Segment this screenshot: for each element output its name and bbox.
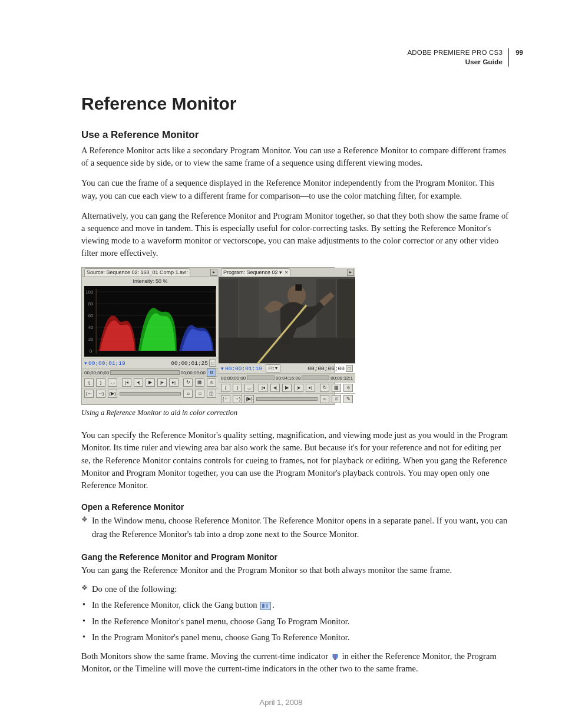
body-paragraph: Both Monitors show the same frame. Movin… <box>81 650 509 675</box>
running-header: 99 ADOBE PREMIERE PRO CS3 User Guide <box>81 48 509 67</box>
viewing-area-bar[interactable] <box>302 375 329 380</box>
svg-text:0: 0 <box>90 349 92 354</box>
svg-rect-19 <box>337 279 355 338</box>
marker-icon[interactable]: ◡ <box>244 384 254 392</box>
set-out-icon[interactable]: } <box>233 384 242 392</box>
cti-marker-icon: ▾ <box>221 365 224 371</box>
close-icon[interactable]: × <box>285 269 288 276</box>
trim-icon[interactable]: ◫ <box>207 390 216 398</box>
output-icon[interactable]: ⎋ <box>343 384 353 392</box>
transport-controls: { } ◡ |◂ ◂| ▶ |▸ ▸| ↻ ▦ ⎋ <box>219 382 355 393</box>
sub-heading: Gang the Reference Monitor and Program M… <box>81 552 509 562</box>
marker-icon[interactable]: ◡ <box>108 378 117 387</box>
figure-screenshot: Source: Sequence 02: 168_01 Comp 1.avi: … <box>81 267 335 405</box>
gang-button-icon <box>260 602 271 610</box>
guide-name: User Guide <box>465 58 509 67</box>
goto-next-icon[interactable]: →} <box>233 395 242 403</box>
svg-text:100: 100 <box>85 290 93 295</box>
step-back-icon[interactable]: ◂| <box>134 378 143 387</box>
safe-margins-icon[interactable]: ▦ <box>332 384 341 392</box>
panel-menu-icon[interactable]: ▸ <box>347 269 354 276</box>
panel-menu-icon[interactable]: ▸ <box>210 269 217 276</box>
right-duration-timecode: 00;00;06;00 <box>308 365 345 372</box>
svg-text:60: 60 <box>88 314 94 318</box>
export-frame-icon[interactable]: ✎ <box>343 395 353 403</box>
extract-icon[interactable]: ⎅ <box>195 390 204 398</box>
list-item: In the Program Monitor's panel menu, cho… <box>81 631 509 644</box>
svg-text:80: 80 <box>88 302 94 307</box>
viewing-area-bar[interactable] <box>110 370 179 375</box>
go-to-in-icon[interactable]: |◂ <box>122 378 131 387</box>
svg-rect-17 <box>239 279 259 338</box>
body-paragraph: You can cue the frame of a sequence disp… <box>81 177 509 202</box>
cti-indicator-icon <box>332 653 339 661</box>
set-in-icon[interactable]: { <box>221 384 230 392</box>
list-item: In the Window menu, choose Reference Mon… <box>81 514 509 542</box>
right-cti-timecode[interactable]: 00;00;01;19 <box>225 365 262 372</box>
source-tab-label: Source: Sequence 02: 168_01 Comp 1.avi: … <box>87 269 190 275</box>
page-title: Reference Monitor <box>81 94 509 114</box>
zoom-icon[interactable]: □ <box>209 360 216 367</box>
video-frame <box>219 277 355 363</box>
loop-icon[interactable]: ↻ <box>183 378 193 387</box>
go-to-in-icon[interactable]: |◂ <box>259 384 268 392</box>
body-paragraph: You can gang the Reference Monitor and t… <box>81 564 509 577</box>
lift-icon[interactable]: ⎄ <box>320 395 329 403</box>
source-tab[interactable]: Source: Sequence 02: 168_01 Comp 1.avi: … <box>84 268 190 276</box>
play-icon[interactable]: ▶ <box>282 384 292 392</box>
body-paragraph: A Reference Monitor acts like a secondar… <box>81 144 509 169</box>
safe-margins-icon[interactable]: ▦ <box>195 378 204 387</box>
step-back-icon[interactable]: ◂| <box>270 384 280 392</box>
go-to-out-icon[interactable]: ▸| <box>306 384 315 392</box>
jog-bar[interactable] <box>120 392 181 396</box>
body-paragraph: You can specify the Reference Monitor's … <box>81 429 509 492</box>
zoom-level-dropdown[interactable]: Fit ▾ <box>266 364 280 373</box>
set-out-icon[interactable]: } <box>96 378 105 387</box>
list-lead: Do one of the following: <box>81 582 509 596</box>
dropdown-icon[interactable]: ▾ <box>279 269 282 275</box>
source-monitor-pane: Source: Sequence 02: 168_01 Comp 1.avi: … <box>82 268 219 404</box>
play-icon[interactable]: ▶ <box>146 378 155 387</box>
svg-rect-16 <box>219 279 238 338</box>
set-in-icon[interactable]: { <box>84 378 94 387</box>
goto-prev-icon[interactable]: {← <box>84 390 94 398</box>
gang-toggle-icon[interactable]: ⧉ <box>207 368 216 377</box>
list-item: In the Reference Monitor, click the Gang… <box>81 598 509 612</box>
step-fwd-icon[interactable]: |▸ <box>157 378 167 387</box>
program-tab[interactable]: Program: Sequence 02 ▾ × <box>221 268 290 276</box>
cti-marker-icon: ▾ <box>84 360 87 366</box>
figure-caption: Using a Reference Monitor to aid in colo… <box>81 409 509 417</box>
body-paragraph: Alternatively, you can gang the Referenc… <box>81 210 509 260</box>
zoom-icon[interactable]: □ <box>346 365 353 372</box>
rgb-parade-scope: 100 80 60 40 20 0 <box>84 286 216 357</box>
extract-icon[interactable]: ⎅ <box>332 395 341 403</box>
program-tab-label: Program: Sequence 02 <box>223 269 278 275</box>
loop-icon[interactable]: ↻ <box>320 384 329 392</box>
left-duration-timecode: 00;00;01;25 <box>171 360 208 367</box>
intensity-readout: Intensity: 50 % <box>82 277 219 285</box>
step-fwd-icon[interactable]: |▸ <box>294 384 303 392</box>
play-inout-icon[interactable]: {▶} <box>108 390 117 398</box>
goto-prev-icon[interactable]: {← <box>221 395 230 403</box>
lift-icon[interactable]: ⎄ <box>183 390 193 398</box>
jog-bar[interactable] <box>256 397 318 401</box>
section-heading: Use a Reference Monitor <box>81 129 509 141</box>
svg-text:20: 20 <box>88 337 94 342</box>
footer-date: April 1, 2008 <box>0 698 562 707</box>
svg-text:40: 40 <box>88 325 94 330</box>
play-inout-icon[interactable]: {▶} <box>244 395 254 403</box>
page-number: 99 <box>515 48 523 58</box>
product-name: ADOBE PREMIERE PRO CS3 <box>407 48 509 58</box>
left-cti-timecode[interactable]: 00;00;01;19 <box>88 360 125 367</box>
sub-heading: Open a Reference Monitor <box>81 502 509 512</box>
list-item: In the Reference Monitor's panel menu, c… <box>81 615 509 628</box>
program-monitor-pane: Program: Sequence 02 ▾ × ▸ <box>219 268 355 404</box>
transport-controls: { } ◡ |◂ ◂| ▶ |▸ ▸| ↻ ▦ ⎋ <box>82 377 219 388</box>
go-to-out-icon[interactable]: ▸| <box>169 378 178 387</box>
viewing-area-bar[interactable] <box>247 375 275 380</box>
output-icon[interactable]: ⎋ <box>207 378 216 387</box>
svg-rect-21 <box>295 285 302 291</box>
goto-next-icon[interactable]: →} <box>96 390 105 398</box>
